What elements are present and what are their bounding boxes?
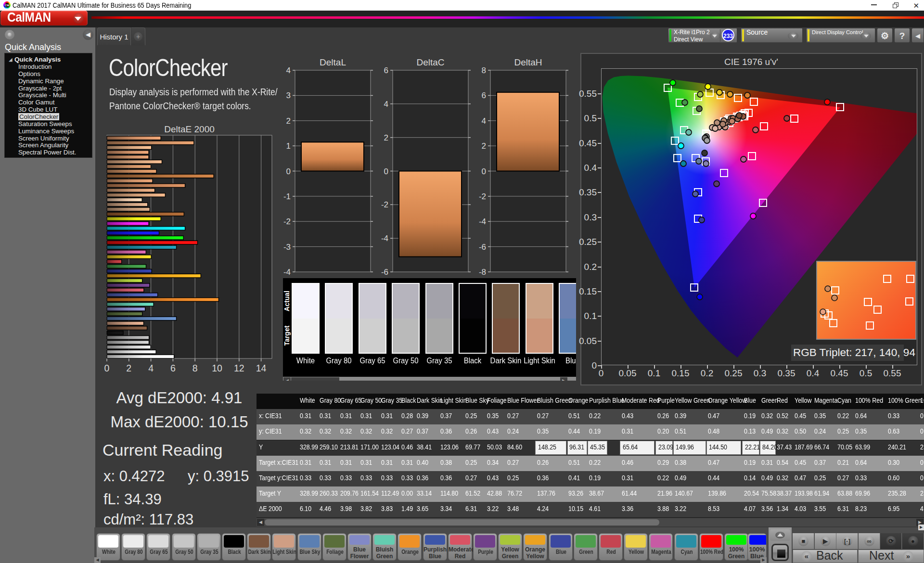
svg-text:DeltaH: DeltaH — [514, 57, 542, 67]
svg-text:-6: -6 — [381, 268, 388, 277]
svg-text:0: 0 — [482, 167, 486, 176]
svg-text:0: 0 — [104, 363, 110, 373]
svg-text:2: 2 — [126, 363, 131, 373]
svg-text:6: 6 — [170, 363, 176, 373]
svg-text:8: 8 — [192, 363, 198, 373]
svg-text:-8: -8 — [479, 268, 486, 277]
svg-text:-2: -2 — [479, 192, 486, 201]
svg-text:-2: -2 — [283, 217, 291, 226]
svg-text:-1: -1 — [283, 192, 291, 201]
svg-text:6: 6 — [482, 91, 486, 100]
svg-text:10: 10 — [212, 363, 222, 373]
svg-text:-4: -4 — [283, 268, 291, 277]
svg-text:-4: -4 — [479, 217, 486, 226]
svg-text:8: 8 — [482, 66, 486, 75]
svg-text:4: 4 — [286, 66, 291, 75]
svg-text:1: 1 — [286, 141, 291, 151]
svg-text:-6: -6 — [479, 243, 486, 252]
svg-text:-3: -3 — [283, 243, 291, 252]
svg-text:14: 14 — [256, 363, 267, 373]
svg-text:4: 4 — [482, 116, 486, 126]
svg-text:DeltaL: DeltaL — [320, 57, 346, 67]
svg-text:-2: -2 — [381, 200, 388, 209]
svg-text:DeltaC: DeltaC — [416, 57, 444, 67]
svg-text:0: 0 — [384, 167, 388, 176]
svg-text:0: 0 — [286, 167, 291, 176]
svg-text:-4: -4 — [381, 234, 388, 243]
svg-text:2: 2 — [482, 141, 486, 151]
svg-text:6: 6 — [384, 66, 388, 75]
svg-text:4: 4 — [148, 363, 154, 373]
svg-text:3: 3 — [286, 91, 291, 100]
svg-text:2: 2 — [384, 133, 388, 142]
svg-text:12: 12 — [234, 363, 244, 373]
svg-text:2: 2 — [286, 116, 291, 126]
svg-text:4: 4 — [384, 100, 388, 109]
